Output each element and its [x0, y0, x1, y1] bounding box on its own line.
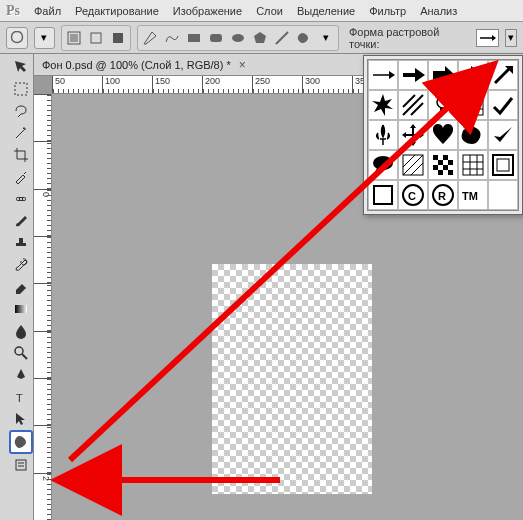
- transparent-canvas-region: [212, 264, 372, 494]
- shape-copyright-icon[interactable]: C: [398, 180, 428, 210]
- svg-rect-16: [15, 305, 27, 313]
- shape-speech-bubble-icon[interactable]: [368, 150, 398, 180]
- svg-marker-27: [433, 66, 455, 84]
- ruler-tick: [34, 425, 51, 472]
- svg-line-18: [22, 354, 27, 359]
- blur-tool-icon[interactable]: [10, 320, 32, 342]
- menu-image[interactable]: Изображение: [173, 5, 242, 17]
- polygon-icon[interactable]: [250, 28, 270, 48]
- pen-icon[interactable]: [140, 28, 160, 48]
- shape-diag-lines-icon[interactable]: [398, 90, 428, 120]
- shape-arrow-bold-icon[interactable]: [398, 60, 428, 90]
- stamp-tool-icon[interactable]: [10, 232, 32, 254]
- shape-tick-stroke-icon[interactable]: [488, 90, 518, 120]
- wand-tool-icon[interactable]: [10, 122, 32, 144]
- shape-arrow-diag-icon[interactable]: [488, 60, 518, 90]
- freeform-pen-icon[interactable]: [162, 28, 182, 48]
- shape-lightbulb-icon[interactable]: [428, 90, 458, 120]
- pen-tool-icon[interactable]: [10, 364, 32, 386]
- menu-select[interactable]: Выделение: [297, 5, 355, 17]
- menu-layers[interactable]: Слои: [256, 5, 283, 17]
- move-tool-icon[interactable]: [10, 56, 32, 78]
- menu-analysis[interactable]: Анализ: [420, 5, 457, 17]
- ruler-tick: 300: [302, 76, 352, 93]
- shape-diag-hatch-icon[interactable]: [398, 150, 428, 180]
- gradient-tool-icon[interactable]: [10, 298, 32, 320]
- svg-marker-7: [254, 32, 266, 43]
- svg-rect-4: [188, 34, 200, 42]
- shape-hatch-box-icon[interactable]: [458, 90, 488, 120]
- crop-tool-icon[interactable]: [10, 144, 32, 166]
- ruler-tick: [34, 141, 51, 188]
- ellipse-icon[interactable]: [228, 28, 248, 48]
- menu-file[interactable]: Файл: [34, 5, 61, 17]
- mode-group: [61, 25, 131, 51]
- shape-heart-icon[interactable]: [428, 120, 458, 150]
- svg-point-35: [437, 96, 449, 108]
- shape-frame-icon[interactable]: [488, 150, 518, 180]
- shape-layer-mode-icon[interactable]: [64, 28, 84, 48]
- custom-shape-icon[interactable]: [294, 28, 314, 48]
- ruler-tick: 200: [202, 76, 252, 93]
- shape-grid: C R TM: [367, 59, 519, 211]
- line-icon[interactable]: [272, 28, 292, 48]
- path-mode-icon[interactable]: [86, 28, 106, 48]
- menu-filter[interactable]: Фильтр: [369, 5, 406, 17]
- ruler-tick: [34, 236, 51, 283]
- svg-line-29: [495, 69, 509, 83]
- lasso-tool-icon[interactable]: [10, 100, 32, 122]
- shape-fleur-de-lis-icon[interactable]: [368, 120, 398, 150]
- menu-bar: Ps Файл Редактирование Изображение Слои …: [0, 0, 523, 22]
- svg-rect-2: [91, 33, 101, 43]
- svg-point-6: [232, 34, 244, 42]
- shape-arrow-chevron-icon[interactable]: [458, 60, 488, 90]
- shape-registered-icon[interactable]: R: [428, 180, 458, 210]
- svg-rect-64: [374, 186, 392, 204]
- svg-point-43: [373, 156, 393, 170]
- svg-text:R: R: [438, 190, 446, 202]
- svg-rect-53: [433, 165, 438, 170]
- shape-square-outline-icon[interactable]: [368, 180, 398, 210]
- rectangle-icon[interactable]: [184, 28, 204, 48]
- history-brush-tool-icon[interactable]: [10, 254, 32, 276]
- notes-tool-icon[interactable]: [10, 454, 32, 476]
- menu-edit[interactable]: Редактирование: [75, 5, 159, 17]
- svg-point-13: [17, 198, 19, 200]
- ruler-tick: [34, 331, 51, 378]
- eraser-tool-icon[interactable]: [10, 276, 32, 298]
- close-tab-icon[interactable]: ×: [239, 58, 246, 72]
- shape-arrow-thin-icon[interactable]: [368, 60, 398, 90]
- shape-empty-icon[interactable]: [488, 180, 518, 210]
- shape-cross-arrows-icon[interactable]: [398, 120, 428, 150]
- shape-grid-icon[interactable]: [458, 150, 488, 180]
- fill-mode-icon[interactable]: [108, 28, 128, 48]
- shape-preview[interactable]: [476, 29, 499, 47]
- svg-rect-50: [443, 155, 448, 160]
- svg-line-46: [403, 155, 423, 175]
- dropdown-icon[interactable]: ▾: [34, 27, 56, 49]
- svg-text:T: T: [16, 392, 23, 404]
- healing-tool-icon[interactable]: [10, 188, 32, 210]
- shape-check-icon[interactable]: [488, 120, 518, 150]
- shape-dropdown-caret[interactable]: ▾: [505, 29, 517, 47]
- marquee-tool-icon[interactable]: [10, 78, 32, 100]
- brush-tool-icon[interactable]: [10, 210, 32, 232]
- shape-options-caret-icon[interactable]: ▾: [316, 28, 336, 48]
- svg-point-17: [15, 347, 23, 355]
- eyedropper-tool-icon[interactable]: [10, 166, 32, 188]
- svg-rect-20: [16, 460, 26, 470]
- shape-starburst-icon[interactable]: [368, 90, 398, 120]
- shape-blob-icon[interactable]: [458, 120, 488, 150]
- shape-trademark-icon[interactable]: TM: [458, 180, 488, 210]
- dodge-tool-icon[interactable]: [10, 342, 32, 364]
- custom-shape-tool-icon[interactable]: [9, 430, 33, 454]
- shape-arrow-heavy-icon[interactable]: [428, 60, 458, 90]
- svg-marker-10: [492, 35, 496, 41]
- type-tool-icon[interactable]: T: [10, 386, 32, 408]
- rounded-rect-icon[interactable]: [206, 28, 226, 48]
- tool-preset-button[interactable]: [6, 27, 28, 49]
- ruler-tick: 250: [252, 76, 302, 93]
- shape-checker-icon[interactable]: [428, 150, 458, 180]
- svg-marker-28: [463, 66, 483, 84]
- path-select-tool-icon[interactable]: [10, 408, 32, 430]
